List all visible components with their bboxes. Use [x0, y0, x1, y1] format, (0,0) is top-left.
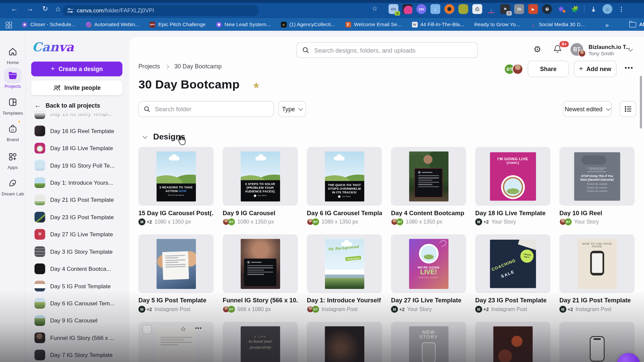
folder-list-item[interactable]: Day 3 IG Story Template — [25, 243, 129, 260]
canva-logo[interactable]: Canva — [32, 40, 74, 54]
design-card[interactable]: Day 5 IG Post Template M +2 Instagram Po… — [139, 234, 214, 313]
design-card[interactable]: I'M GOING LIVE [TOPIC] Day 18 IG Live Te… — [475, 147, 550, 225]
global-search-input[interactable] — [313, 46, 472, 54]
design-card[interactable]: 3 REASONS TO TAKE ACTION NOW [First & La… — [139, 147, 214, 225]
folder-list-item[interactable]: Day 21 IG Post Template — [25, 191, 129, 208]
owner-photo-avatar[interactable] — [512, 63, 523, 74]
design-card[interactable] — [475, 322, 550, 362]
sidebar-item-templates[interactable]: Templates — [0, 95, 25, 115]
design-thumbnail[interactable]: 3 REASONS TO TAKE ACTION NOW [First & La… — [139, 147, 214, 205]
design-thumbnail[interactable]: 3 STEPS TO SOLVE [PROBLEM YOUR AUDIENCE … — [223, 147, 298, 205]
flag-extension-icon[interactable]: ⚑7 — [500, 4, 510, 14]
folder-search[interactable] — [139, 101, 274, 117]
bookmark-star-icon[interactable]: ☆ — [372, 4, 378, 12]
folder-list-item[interactable]: Day 1: Introduce Yours... — [25, 174, 129, 191]
code-extension-icon[interactable]: </>3 — [388, 4, 398, 14]
design-card[interactable]: My Background Professional Day 1: Introd… — [307, 234, 382, 313]
bookmark-item[interactable]: W44 Fill-In-The-Bla... — [412, 22, 464, 27]
sidebar-item-dream-lab[interactable]: Dream Lab — [0, 175, 25, 196]
folder-list-item[interactable]: Day 16 IG Reel Template — [25, 122, 129, 139]
sidebar-item-brand[interactable]: co ♛ Brand — [0, 121, 25, 142]
folder-list-item[interactable]: Day 4 Content Bootca... — [25, 260, 129, 277]
list-view-toggle[interactable] — [620, 101, 636, 117]
design-thumbnail[interactable]: ☆ ••• — [139, 322, 214, 362]
downloads-icon[interactable]: ⤓ — [589, 4, 598, 14]
olive-extension-icon[interactable] — [459, 4, 468, 14]
design-card[interactable]: 3 STEPS TO SOLVE [PROBLEM YOUR AUDIENCE … — [223, 147, 298, 225]
design-thumbnail[interactable] — [307, 322, 382, 362]
address-bar[interactable]: canva.com/folder/FAFXLZj0VPI — [62, 5, 259, 16]
bookmark-item[interactable]: ♪Social Media 30 D... — [530, 22, 585, 27]
create-design-button[interactable]: + Create a design — [31, 62, 122, 76]
folder-list-item[interactable]: Day 5 IG Post Template — [25, 278, 129, 295]
site-settings-icon[interactable] — [67, 8, 73, 13]
bookmark-item[interactable]: EPCEpic Pitch Challenge — [150, 22, 206, 27]
design-thumbnail[interactable] — [391, 147, 466, 205]
back-to-projects-link[interactable]: ← Back to all projects — [35, 102, 100, 109]
home-icon[interactable]: ⌂ — [53, 4, 62, 13]
folder-list-item[interactable]: Day 23 IG Post Template — [25, 208, 129, 226]
card-menu-icon[interactable]: ••• — [195, 325, 202, 331]
design-card[interactable]: 3 SPOTS ONLY! COACHING SALE Day 23 IG Po… — [475, 234, 550, 313]
invite-people-button[interactable]: Invite people — [31, 80, 122, 95]
all-bookmarks-button[interactable]: All Bookmarks — [629, 22, 644, 27]
folder-list-item[interactable]: Day 19 IG Story Poll Te... — [25, 157, 129, 174]
folder-list-item[interactable]: Day 9 IG Carousel — [25, 312, 129, 329]
share-button[interactable]: Share — [528, 61, 569, 77]
design-card[interactable]: WE'RE GOING LIVE! SPECIAL GUEST Day 27 I… — [391, 234, 466, 313]
dark-extension-icon[interactable]: ⚽ — [542, 4, 552, 14]
zoom-extension-icon[interactable]: zm — [417, 4, 426, 14]
browser-profile-avatar[interactable]: ☺ — [602, 4, 612, 14]
bookmark-item[interactable]: Closer - Schedule... — [22, 22, 75, 27]
design-thumbnail[interactable]: WE'RE GOING LIVE! SPECIAL GUEST — [391, 234, 466, 293]
type-filter-button[interactable]: Type — [278, 101, 306, 117]
gear-extension-icon[interactable]: ✱ — [556, 4, 566, 14]
onebox-extension-icon[interactable]: 1b — [514, 4, 524, 14]
design-thumbnail[interactable]: I'M GOING LIVE [TOPIC] — [475, 147, 550, 205]
apps-grid-icon[interactable] — [6, 22, 11, 27]
bookmark-item[interactable]: Automated Webin... — [86, 22, 140, 27]
sidebar-item-projects[interactable]: Projects — [0, 68, 25, 88]
designs-section-header[interactable]: Designs — [143, 132, 185, 141]
design-thumbnail[interactable]: My Background Professional — [307, 234, 382, 293]
folder-list-item[interactable]: Day 6 IG Carousel Tem... — [25, 295, 129, 312]
more-options-button[interactable]: ••• — [625, 64, 634, 71]
bookmark-item[interactable]: Ready to Grow Yo... — [474, 22, 520, 27]
video-extension-icon[interactable]: ▶ — [528, 4, 538, 14]
colorpicker-extension-icon[interactable] — [402, 4, 412, 14]
sort-button[interactable]: Newest edited — [563, 101, 611, 117]
printer-extension-icon[interactable]: ⎙ — [472, 4, 482, 14]
design-thumbnail[interactable]: 3 SPOTS ONLY! COACHING SALE — [475, 234, 550, 293]
breadcrumb-projects[interactable]: Projects — [139, 63, 160, 70]
browser-menu-icon[interactable]: ⋮ — [616, 4, 626, 14]
arrow-extension-icon[interactable]: ↓ — [486, 4, 496, 14]
design-thumbnail[interactable]: 5 TIPS to boost your productivity — [223, 322, 298, 362]
camera-extension-icon[interactable] — [444, 4, 454, 14]
folder-list-item[interactable]: Day 7 IG Story Template — [25, 346, 129, 362]
design-thumbnail[interactable]: ATTENTION STOP Doing This If You Want [D… — [559, 147, 635, 205]
design-thumbnail[interactable] — [139, 234, 214, 293]
bookmarks-overflow-chevron[interactable]: » — [605, 21, 609, 28]
select-checkbox[interactable] — [143, 325, 152, 334]
design-card[interactable]: ATTENTION STOP Doing This If You Want [D… — [559, 147, 635, 225]
design-thumbnail[interactable]: THE QUICK FIX THAT STOPS OVERWHELM IN IT… — [307, 147, 382, 205]
folder-search-input[interactable] — [154, 105, 269, 113]
design-thumbnail[interactable]: HOW TO USE YOUR NICHE — [559, 234, 635, 293]
scrollbar-thumb[interactable] — [640, 76, 642, 129]
design-card[interactable]: 5 TIPS to boost your productivity — [223, 322, 298, 362]
folder-list-item[interactable]: Day 15 IG Story Templ... — [25, 111, 129, 122]
folder-list-item[interactable]: Funnel IG Story (566 x ... — [25, 329, 129, 346]
reload-icon[interactable]: ↻ — [41, 4, 50, 13]
sidebar-item-apps[interactable]: Apps — [0, 149, 25, 170]
account-avatar[interactable]: BT — [571, 43, 583, 56]
starred-icon[interactable]: ★ — [253, 80, 260, 90]
bookmark-item[interactable]: EWelcome Email Se... — [345, 22, 401, 27]
global-search[interactable] — [297, 42, 478, 58]
design-card[interactable]: THE QUICK FIX THAT STOPS OVERWHELM IN IT… — [307, 147, 382, 225]
add-new-button[interactable]: + Add new — [574, 61, 616, 77]
sidebar-item-home[interactable]: Home — [0, 44, 25, 65]
folder-list-item[interactable]: Day 18 IG Live Template — [25, 139, 129, 157]
design-card[interactable] — [307, 322, 382, 362]
bookmark-item[interactable]: A(1) AgencyCollecti... — [281, 22, 335, 27]
downloader-extension-icon[interactable]: ↓ — [430, 4, 440, 14]
